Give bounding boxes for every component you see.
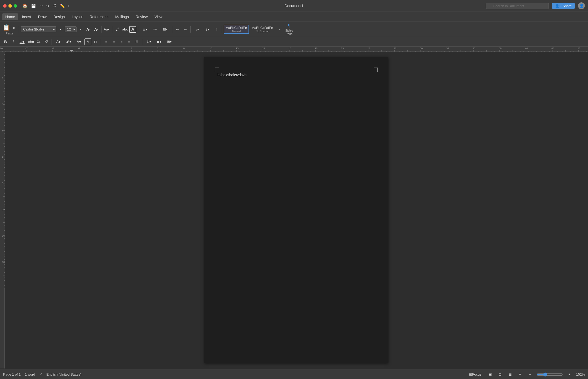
font-color-button[interactable]: A▾	[54, 38, 63, 45]
minimize-button[interactable]	[8, 4, 12, 8]
decrease-indent-button[interactable]: ⇤	[174, 26, 181, 33]
window-icons: 🏠 💾 ↩ ↪ 🖨 ✏️ ›	[22, 3, 69, 8]
paste-icon[interactable]: 📋	[2, 24, 10, 32]
change-case-button[interactable]: Aa▾	[103, 26, 110, 33]
menu-item-mailings[interactable]: Mailings	[112, 13, 132, 20]
text-border-button[interactable]: A	[84, 38, 91, 45]
status-bar: Page 1 of 1 1 word ✓ English (United Sta…	[0, 370, 588, 379]
font-family-arrow[interactable]: ▼	[57, 26, 64, 33]
corner-marker-tl	[215, 68, 219, 72]
style-nospacing[interactable]: AaBbCcDdEe No Spacing	[250, 25, 275, 34]
highlight-color-button[interactable]: 🖌▾	[64, 38, 73, 45]
sort-button[interactable]: ↕▾	[192, 26, 202, 33]
menu-item-review[interactable]: Review	[133, 13, 151, 20]
menu-bar: Home Insert Draw Design Layout Reference…	[0, 12, 588, 22]
customize-icon[interactable]: ✏️	[60, 3, 65, 8]
borders-button[interactable]: ⊞▾	[165, 38, 174, 45]
document-area[interactable]: hshdkshdksvdsvh	[5, 52, 588, 368]
decrease-font-button[interactable]: A-	[93, 26, 99, 33]
document-title: Document1	[285, 4, 303, 8]
clipboard-format-icon[interactable]: ⊞	[10, 25, 17, 32]
user-avatar[interactable]: 👤	[578, 2, 585, 9]
increase-font-button[interactable]: A+	[85, 26, 92, 33]
sep-1	[19, 26, 19, 33]
share-icon: 👤+	[555, 4, 561, 8]
sep-3	[112, 26, 112, 33]
style-normal[interactable]: AaBbCcDdEe Normal	[224, 25, 249, 34]
maximize-button[interactable]	[14, 4, 17, 8]
number-list-button[interactable]: ≡▾	[150, 26, 160, 33]
bold-button[interactable]: B	[2, 38, 9, 45]
align-left-button[interactable]: ≡	[103, 38, 110, 45]
print-layout-button[interactable]: ▣	[487, 371, 494, 378]
strikethrough-button[interactable]: abc	[28, 38, 34, 45]
document-text[interactable]: hshdkshdksvdsvh	[217, 73, 375, 77]
paragraph-shading-button[interactable]: ◼▾	[154, 38, 164, 45]
save-icon[interactable]: 💾	[31, 3, 36, 8]
more-icon[interactable]: ›	[68, 3, 69, 8]
font-family-select[interactable]: Calibri (Body)	[21, 26, 56, 32]
menu-item-layout[interactable]: Layout	[69, 13, 86, 20]
toolbar-row-1: 📋 ⊞ Paste Calibri (Body) ▼ 12 ▼ A+ A- Aa…	[0, 22, 588, 37]
clear-format-button[interactable]: abc	[122, 26, 129, 33]
ruler-canvas	[0, 47, 588, 52]
sep-9	[101, 39, 101, 45]
title-bar-right: 🔍 👤+ Share 👤	[486, 2, 585, 9]
outline-view-button[interactable]: ☰	[507, 371, 514, 378]
font-size-select[interactable]: 12	[65, 26, 77, 32]
menu-item-draw[interactable]: Draw	[35, 13, 50, 20]
styles-pane-button[interactable]: ¶ StylesPane	[283, 22, 295, 36]
traffic-lights	[3, 4, 17, 8]
outline-list-button[interactable]: ⊟▾	[161, 26, 170, 33]
draft-view-button[interactable]: ≡	[517, 371, 524, 378]
justify-button[interactable]: ≡	[126, 38, 133, 45]
show-formatting-button[interactable]: ¶	[213, 26, 220, 33]
align-center-button[interactable]: ≡	[110, 38, 117, 45]
status-right: ⊡ Focus ▣ ⊡ ☰ ≡ − + 152%	[467, 371, 585, 378]
web-layout-button[interactable]: ⊡	[497, 371, 504, 378]
styles-scroll-right[interactable]: ›	[276, 26, 283, 33]
main-area: hshdkshdksvdsvh	[0, 52, 588, 368]
subscript-button[interactable]: X₂	[35, 38, 42, 45]
language: English (United States)	[47, 372, 82, 376]
share-button[interactable]: 👤+ Share	[552, 3, 575, 9]
style-nospacing-label: No Spacing	[252, 30, 273, 33]
ruby-text-button[interactable]: ◻	[92, 38, 99, 45]
menu-item-home[interactable]: Home	[2, 13, 18, 20]
line-spacing-button[interactable]: ↨▾	[203, 26, 212, 33]
zoom-in-button[interactable]: +	[566, 371, 573, 378]
superscript-button[interactable]: X²	[43, 38, 50, 45]
line-spacing2-button[interactable]: ⇕▾	[144, 38, 154, 45]
menu-item-insert[interactable]: Insert	[19, 13, 34, 20]
undo-icon[interactable]: ↩	[39, 3, 43, 8]
page-info: Page 1 of 1	[3, 372, 21, 376]
increase-indent-button[interactable]: ⇥	[182, 26, 189, 33]
proofread-icon[interactable]: ✓	[39, 372, 42, 376]
sep-7	[222, 26, 222, 33]
font-size-arrow[interactable]: ▼	[77, 26, 84, 33]
zoom-slider[interactable]	[537, 372, 563, 377]
distribute-button[interactable]: ⊟	[133, 38, 140, 45]
paste-icon-area: 📋 ⊞	[2, 24, 17, 32]
format-A-button[interactable]: A	[129, 26, 136, 33]
menu-item-view[interactable]: View	[151, 13, 166, 20]
bullet-list-button[interactable]: ☰▾	[140, 26, 150, 33]
menu-item-references[interactable]: References	[87, 13, 112, 20]
home-icon[interactable]: 🏠	[22, 3, 28, 8]
v-ruler-canvas	[0, 52, 5, 288]
word-count: 1 word	[25, 372, 35, 376]
highlight-button[interactable]: 🖍	[114, 26, 121, 33]
search-container: 🔍	[486, 3, 549, 9]
menu-item-design[interactable]: Design	[50, 13, 68, 20]
italic-button[interactable]: I	[10, 38, 17, 45]
ruler	[0, 47, 588, 52]
focus-button[interactable]: ⊡ Focus	[467, 371, 483, 378]
align-right-button[interactable]: ≡	[118, 38, 125, 45]
text-effect-button[interactable]: A▾	[74, 38, 84, 45]
print-icon[interactable]: 🖨	[52, 3, 57, 8]
zoom-out-button[interactable]: −	[527, 371, 534, 378]
underline-button[interactable]: U▾	[17, 38, 27, 45]
close-button[interactable]	[3, 4, 7, 8]
redo-icon[interactable]: ↪	[46, 3, 49, 8]
search-input[interactable]	[486, 3, 549, 9]
